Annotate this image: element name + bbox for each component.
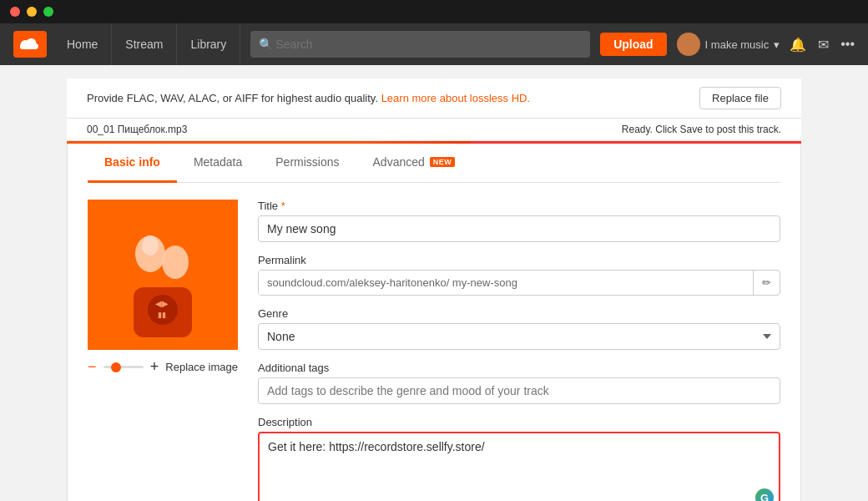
main-content: Provide FLAC, WAV, ALAC, or AIFF for hig… xyxy=(0,78,868,501)
quality-banner: Provide FLAC, WAV, ALAC, or AIFF for hig… xyxy=(67,78,801,119)
zoom-slider[interactable] xyxy=(103,366,144,368)
tab-permissions[interactable]: Permissions xyxy=(259,144,356,183)
mail-icon[interactable]: ✉ xyxy=(818,37,829,53)
genre-label: Genre xyxy=(258,307,780,320)
chevron-down-icon: ▾ xyxy=(774,38,780,51)
tab-metadata[interactable]: Metadata xyxy=(177,144,259,183)
track-artwork: ◀▶ ▮▮ xyxy=(88,200,238,350)
tags-label: Additional tags xyxy=(258,362,780,374)
banner-text: Provide FLAC, WAV, ALAC, or AIFF for hig… xyxy=(87,92,530,104)
tabs: Basic info Metadata Permissions Advanced… xyxy=(88,144,780,183)
tags-field-group: Additional tags xyxy=(258,362,780,404)
permalink-wrap: soundcloud.com/aleksey-haritonenko/ my-n… xyxy=(258,270,780,296)
nav-stream[interactable]: Stream xyxy=(112,23,177,65)
form-card: Basic info Metadata Permissions Advanced… xyxy=(67,144,801,501)
progress-row: 00_01 Пищеблок.mp3 Ready. Click Save to … xyxy=(67,119,801,141)
description-textarea[interactable]: Get it here: https://recordstore.sellfy.… xyxy=(260,433,779,501)
image-controls: − + Replace image xyxy=(88,358,238,376)
user-menu[interactable]: I make music ▾ xyxy=(677,33,780,56)
svg-text:▮▮: ▮▮ xyxy=(158,311,166,319)
search-input[interactable] xyxy=(250,31,590,58)
form-layout: ◀▶ ▮▮ − + Replace image Title xyxy=(88,200,780,501)
description-field-group: Description Get it here: https://records… xyxy=(258,416,780,501)
permalink-text: soundcloud.com/aleksey-haritonenko/ my-n… xyxy=(259,271,753,295)
image-section: ◀▶ ▮▮ − + Replace image xyxy=(88,200,238,501)
grammarly-icon: G xyxy=(755,488,774,501)
nav-icons: 🔔 ✉ ••• xyxy=(790,37,855,53)
title-input[interactable] xyxy=(258,215,780,242)
fields-section: Title Permalink soundcloud.com/aleksey-h… xyxy=(258,200,780,501)
minimize-button[interactable] xyxy=(27,7,37,17)
genre-select[interactable]: None Alternative Rock Ambient Electronic… xyxy=(258,323,780,350)
permalink-edit-button[interactable]: ✏ xyxy=(753,271,780,295)
title-field-group: Title xyxy=(258,200,780,242)
banner-link[interactable]: Learn more about lossless HD. xyxy=(381,92,530,104)
progress-fill xyxy=(67,141,471,144)
titlebar xyxy=(0,0,868,23)
upload-button[interactable]: Upload xyxy=(600,33,666,56)
description-wrap: Get it here: https://recordstore.sellfy.… xyxy=(258,432,780,501)
more-icon[interactable]: ••• xyxy=(840,37,855,52)
svg-point-3 xyxy=(162,245,189,279)
bell-icon[interactable]: 🔔 xyxy=(790,37,806,53)
description-label: Description xyxy=(258,416,780,428)
zoom-out-icon[interactable]: − xyxy=(88,358,97,376)
status-label: Ready. Click Save to post this track. xyxy=(622,124,781,135)
search-icon: 🔍 xyxy=(259,38,273,51)
username: I make music xyxy=(705,38,770,51)
tab-basic-info[interactable]: Basic info xyxy=(88,144,177,183)
progress-bar xyxy=(67,141,801,144)
svg-text:◀▶: ◀▶ xyxy=(155,299,169,308)
permalink-field-group: Permalink soundcloud.com/aleksey-hariton… xyxy=(258,254,780,296)
soundcloud-logo[interactable] xyxy=(13,31,47,58)
zoom-in-icon[interactable]: + xyxy=(150,358,159,376)
replace-file-button[interactable]: Replace file xyxy=(699,87,781,109)
replace-image-button[interactable]: Replace image xyxy=(165,361,238,373)
maximize-button[interactable] xyxy=(43,7,53,17)
nav-library[interactable]: Library xyxy=(177,23,240,65)
filename-label: 00_01 Пищеблок.mp3 xyxy=(87,124,187,135)
navbar: Home Stream Library 🔍 Upload I make musi… xyxy=(0,23,868,65)
progress-right xyxy=(471,141,801,144)
zoom-thumb xyxy=(111,362,121,372)
nav-home[interactable]: Home xyxy=(53,23,112,65)
permalink-label: Permalink xyxy=(258,254,780,266)
close-button[interactable] xyxy=(10,7,20,17)
tags-input[interactable] xyxy=(258,377,780,404)
avatar xyxy=(677,33,700,56)
svg-point-2 xyxy=(142,235,159,256)
genre-field-group: Genre None Alternative Rock Ambient Elec… xyxy=(258,307,780,350)
new-badge: NEW xyxy=(430,157,456,167)
tab-advanced[interactable]: Advanced NEW xyxy=(356,144,472,183)
search-wrap: 🔍 xyxy=(250,31,590,58)
title-label: Title xyxy=(258,200,780,212)
